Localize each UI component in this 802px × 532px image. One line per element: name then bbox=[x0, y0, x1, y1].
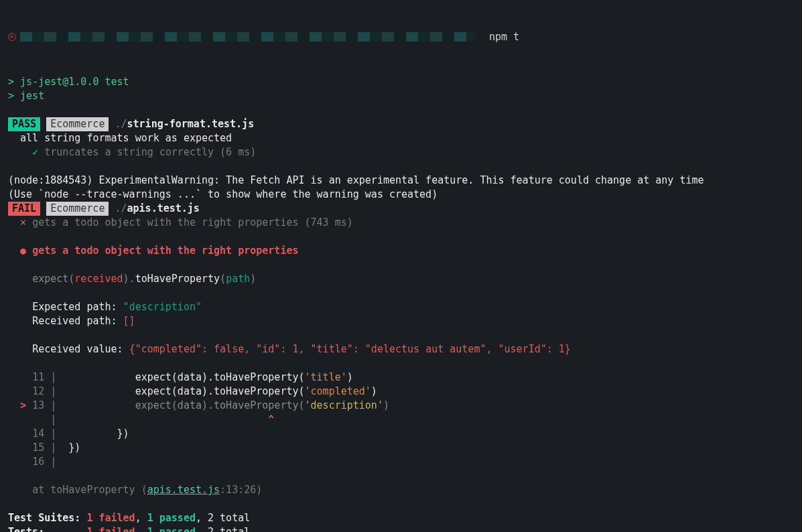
code-11-pre: expect(data).toHaveProperty( bbox=[56, 371, 304, 383]
paren-open-2: ( bbox=[220, 273, 226, 285]
stack-file[interactable]: apis.test.js bbox=[147, 484, 220, 496]
suites-failed-n: 1 bbox=[86, 512, 92, 524]
pass-path-prefix: ./ bbox=[115, 118, 127, 130]
code-11-str: 'title' bbox=[305, 371, 347, 383]
node-warning-1: (node:1884543) ExperimentalWarning: The … bbox=[8, 174, 704, 186]
fail-path-file: apis.test.js bbox=[127, 202, 200, 214]
expected-label: Expected path: bbox=[32, 301, 123, 313]
tests-label: Tests: bbox=[8, 526, 86, 532]
fail-header: gets a todo object with the right proper… bbox=[32, 245, 298, 257]
ln-12: 12 bbox=[32, 385, 44, 397]
received-val: [] bbox=[123, 315, 135, 327]
suites-passed-n: 1 bbox=[147, 512, 153, 524]
tests-total: , 2 total bbox=[196, 526, 250, 532]
node-warning-2: (Use `node --trace-warnings ...` to show… bbox=[8, 188, 438, 200]
code-13-str: 'description' bbox=[305, 399, 383, 411]
pipe: | bbox=[50, 371, 56, 383]
ln-15: 15 bbox=[32, 442, 44, 454]
output: > js-jest@1.0.0 test > jest PASS Ecommer… bbox=[8, 75, 794, 532]
tests-failed-n: 1 bbox=[86, 526, 92, 532]
ln-11: 11 bbox=[32, 371, 44, 383]
fail-path-prefix: ./ bbox=[115, 202, 127, 214]
code-13-pre: expect(data). bbox=[56, 399, 214, 411]
pass-path-file: string-format.test.js bbox=[127, 118, 255, 130]
stack-post: :13:26) bbox=[220, 484, 262, 496]
check-icon: ✓ bbox=[32, 146, 38, 158]
error-marker: > bbox=[20, 399, 26, 411]
close-icon[interactable] bbox=[8, 33, 16, 41]
path-word: path bbox=[226, 273, 250, 285]
pass-badge: PASS bbox=[8, 117, 40, 131]
pipe: | bbox=[50, 413, 56, 425]
value-label: Received value: bbox=[32, 343, 129, 355]
terminal[interactable]: npm t > js-jest@1.0.0 test > jest PASS E… bbox=[0, 0, 802, 532]
title-command: npm t bbox=[489, 30, 519, 44]
suites-failed-w: failed bbox=[98, 512, 135, 524]
decorative-strip bbox=[20, 32, 476, 42]
code-12-post: ) bbox=[371, 385, 377, 397]
stack-pre: at toHaveProperty ( bbox=[32, 484, 147, 496]
code-12-pre: expect(data).toHaveProperty( bbox=[56, 385, 304, 397]
pipe: | bbox=[50, 399, 56, 411]
code-13-post: ) bbox=[383, 399, 389, 411]
project-tag: Ecommerce bbox=[46, 202, 109, 216]
run-line-2: > jest bbox=[8, 90, 44, 102]
caret-pointer: ^ bbox=[56, 413, 274, 425]
code-13-matcher: toHaveProperty bbox=[214, 399, 298, 411]
pass-test-line: truncates a string correctly (6 ms) bbox=[44, 146, 256, 158]
code-11-post: ) bbox=[347, 371, 353, 383]
received-word: received bbox=[74, 273, 123, 285]
suites-label: Test Suites: bbox=[8, 512, 86, 524]
tests-passed-w: passed bbox=[159, 526, 196, 532]
pipe: | bbox=[50, 385, 56, 397]
code-15: }) bbox=[56, 442, 80, 454]
ln-14: 14 bbox=[32, 427, 44, 440]
run-line-1: > js-jest@1.0.0 test bbox=[8, 76, 129, 88]
suites-passed-w: passed bbox=[159, 512, 196, 524]
tests-passed-n: 1 bbox=[147, 526, 153, 532]
fail-badge: FAIL bbox=[8, 202, 40, 216]
code-14: }) bbox=[56, 427, 129, 440]
ln-13: 13 bbox=[32, 399, 44, 411]
code-12-str: 'completed' bbox=[305, 385, 371, 397]
code-13-open: ( bbox=[299, 399, 305, 411]
fail-test-line: gets a todo object with the right proper… bbox=[32, 216, 353, 228]
tests-failed-w: failed bbox=[98, 526, 135, 532]
pass-suite-desc: all string formats work as expected bbox=[20, 132, 232, 144]
suites-total: , 2 total bbox=[196, 512, 250, 524]
x-icon: × bbox=[20, 216, 26, 228]
pipe: | bbox=[50, 427, 56, 440]
dot: . bbox=[129, 273, 135, 285]
paren-close: ) bbox=[123, 273, 129, 285]
ln-16: 16 bbox=[32, 456, 44, 468]
pipe: | bbox=[50, 442, 56, 454]
project-tag: Ecommerce bbox=[46, 117, 109, 131]
paren-close-2: ) bbox=[250, 273, 256, 285]
pipe: | bbox=[50, 456, 56, 468]
value-val: {"completed": false, "id": 1, "title": "… bbox=[129, 343, 571, 355]
titlebar: npm t bbox=[8, 31, 794, 43]
bullet-icon: ● bbox=[20, 245, 26, 257]
expect-word: expect( bbox=[32, 273, 74, 285]
expected-val: "description" bbox=[123, 301, 202, 313]
matcher-word: toHaveProperty bbox=[135, 273, 220, 285]
received-label: Received path: bbox=[32, 315, 123, 327]
